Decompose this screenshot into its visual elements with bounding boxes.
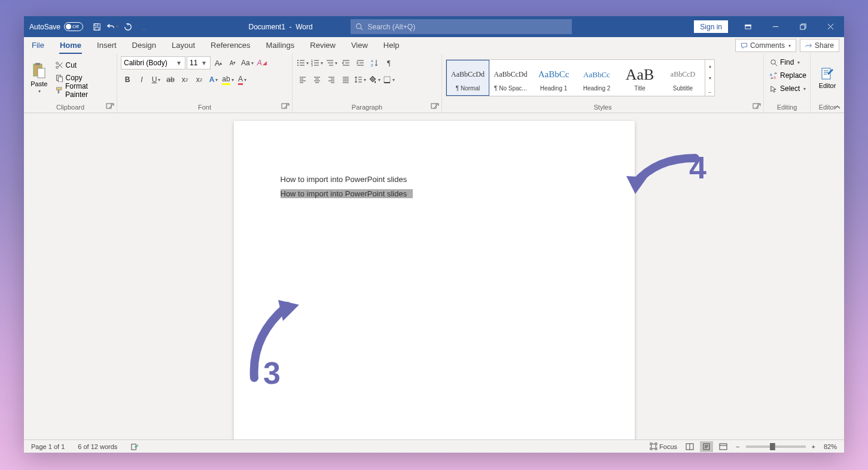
justify[interactable] xyxy=(339,73,352,86)
tab-references[interactable]: References xyxy=(203,37,258,54)
web-layout[interactable] xyxy=(717,441,730,452)
svg-rect-5 xyxy=(745,25,750,26)
find-button[interactable]: Find▾ xyxy=(768,56,802,68)
tab-insert[interactable]: Insert xyxy=(89,37,124,54)
comment-icon xyxy=(741,42,748,49)
highlight-button[interactable]: ab▾ xyxy=(221,73,234,86)
font-size-combo[interactable]: 11▾ xyxy=(187,56,211,69)
grow-font[interactable]: A▴ xyxy=(212,56,225,69)
gallery-up[interactable]: ▴ xyxy=(705,60,714,72)
multilevel-icon xyxy=(325,59,334,67)
font-launcher[interactable] xyxy=(281,103,290,111)
scissors-icon xyxy=(55,61,63,69)
underline-button[interactable]: U▾ xyxy=(150,73,163,86)
select-button[interactable]: Select▾ xyxy=(768,83,808,95)
svg-text:a: a xyxy=(770,72,772,76)
page[interactable]: How to import into PowerPoint slides How… xyxy=(234,121,635,439)
tab-layout[interactable]: Layout xyxy=(164,37,203,54)
collapse-ribbon[interactable] xyxy=(833,103,842,111)
style-nospacing[interactable]: AaBbCcDd¶ No Spac... xyxy=(489,60,532,96)
cut-button[interactable]: Cut xyxy=(53,60,113,71)
bold-button[interactable]: B xyxy=(121,73,134,86)
increase-indent[interactable] xyxy=(354,56,367,69)
style-title[interactable]: AaBTitle xyxy=(619,60,662,96)
undo-button[interactable]: ▾ xyxy=(106,20,119,34)
zoom-level[interactable]: 82% xyxy=(821,441,839,452)
maximize-button[interactable] xyxy=(789,16,817,37)
svg-point-18 xyxy=(297,62,299,63)
text-effects[interactable]: A▾ xyxy=(207,73,220,86)
zoom-in[interactable]: + xyxy=(809,441,818,452)
read-mode[interactable] xyxy=(683,441,696,452)
tab-help[interactable]: Help xyxy=(376,37,407,54)
tab-home[interactable]: Home xyxy=(52,37,89,54)
align-left[interactable] xyxy=(296,73,309,86)
align-right[interactable] xyxy=(325,73,338,86)
subscript-button[interactable]: x2 xyxy=(178,73,191,86)
paragraph-launcher[interactable] xyxy=(431,103,439,111)
font-family-combo[interactable]: Calibri (Body)▾ xyxy=(121,56,185,69)
focus-mode[interactable]: Focus xyxy=(647,441,680,452)
text-line-2-selected: How to import into PowerPoint slides xyxy=(281,189,407,198)
search-box[interactable]: Search (Alt+Q) xyxy=(351,19,572,34)
multilevel-button[interactable]: ▾ xyxy=(325,56,338,69)
sort-button[interactable]: AZ xyxy=(368,56,381,69)
borders-button[interactable]: ▾ xyxy=(382,73,395,86)
tab-review[interactable]: Review xyxy=(302,37,343,54)
line-spacing[interactable]: ▾ xyxy=(354,73,367,86)
document-content[interactable]: How to import into PowerPoint slides How… xyxy=(281,172,413,201)
group-editing: Find▾ abReplace Select▾ Editing xyxy=(764,54,811,113)
redo-button[interactable] xyxy=(121,20,135,34)
close-button[interactable] xyxy=(817,16,844,37)
clipboard-launcher[interactable] xyxy=(106,103,114,111)
paste-button[interactable]: Paste▾ xyxy=(28,59,51,97)
replace-button[interactable]: abReplace xyxy=(768,69,809,81)
tab-view[interactable]: View xyxy=(343,37,376,54)
signin-button[interactable]: Sign in xyxy=(694,20,728,33)
editor-button[interactable]: Editor xyxy=(814,59,840,97)
gallery-more[interactable]: ⎯ xyxy=(705,84,714,96)
text-line-1: How to import into PowerPoint slides xyxy=(281,172,413,187)
style-heading1[interactable]: AaBbCcHeading 1 xyxy=(532,60,575,96)
ribbon-display-button[interactable] xyxy=(734,16,762,37)
svg-rect-38 xyxy=(720,444,727,450)
tab-design[interactable]: Design xyxy=(124,37,164,54)
style-subtitle[interactable]: aBbCcDSubtitle xyxy=(662,60,705,96)
outdent-icon xyxy=(342,59,350,67)
gallery-down[interactable]: ▾ xyxy=(705,72,714,84)
print-layout[interactable] xyxy=(700,441,713,452)
show-marks-button[interactable]: ¶ xyxy=(382,56,395,69)
autosave-toggle[interactable]: AutoSave Off xyxy=(29,22,83,31)
italic-button[interactable]: I xyxy=(135,73,148,86)
svg-rect-15 xyxy=(106,104,111,108)
save-button[interactable] xyxy=(90,20,103,34)
tab-file[interactable]: File xyxy=(24,37,52,54)
share-button[interactable]: Share xyxy=(800,39,839,52)
zoom-slider[interactable] xyxy=(746,445,806,448)
page-count[interactable]: Page 1 of 1 xyxy=(29,441,67,452)
tab-mailings[interactable]: Mailings xyxy=(258,37,303,54)
qat-customize[interactable]: ⎯ xyxy=(137,20,150,34)
select-icon xyxy=(770,85,778,93)
shading-button[interactable]: ▾ xyxy=(368,73,381,86)
format-painter-button[interactable]: Format Painter xyxy=(53,85,113,96)
bullets-button[interactable]: ▾ xyxy=(296,56,309,69)
align-center[interactable] xyxy=(310,73,324,86)
minimize-button[interactable] xyxy=(762,16,789,37)
styles-launcher[interactable] xyxy=(753,103,761,111)
svg-rect-25 xyxy=(384,77,390,83)
word-count[interactable]: 6 of 12 words xyxy=(75,441,120,452)
decrease-indent[interactable] xyxy=(339,56,352,69)
change-case[interactable]: Aa▾ xyxy=(240,56,254,69)
spellcheck-status[interactable] xyxy=(128,441,141,452)
style-heading2[interactable]: AaBbCcHeading 2 xyxy=(575,60,619,96)
font-color-button[interactable]: A▾ xyxy=(236,73,249,86)
style-normal[interactable]: AaBbCcDd¶ Normal xyxy=(446,60,489,96)
strikethrough-button[interactable]: ab xyxy=(164,73,177,86)
zoom-out[interactable]: − xyxy=(733,441,742,452)
shrink-font[interactable]: A▾ xyxy=(226,56,239,69)
clear-formatting[interactable]: A◢ xyxy=(255,56,269,69)
comments-button[interactable]: Comments▾ xyxy=(735,39,796,52)
superscript-button[interactable]: x2 xyxy=(193,73,206,86)
numbering-button[interactable]: 123▾ xyxy=(310,56,324,69)
